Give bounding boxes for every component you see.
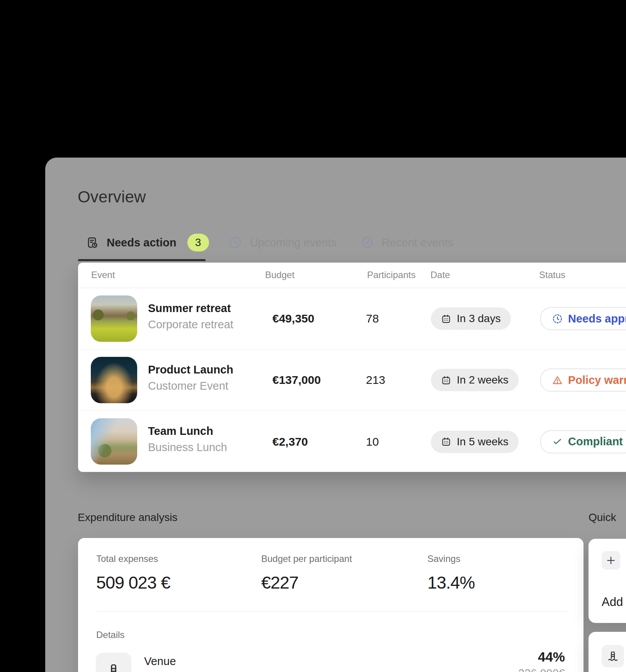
table-row[interactable]: Product Launch Customer Event €137,000 2… — [78, 350, 626, 411]
stat-total-expenses: Total expenses 509 023 € — [96, 553, 170, 593]
event-thumbnail — [91, 357, 137, 403]
column-header-date: Date — [430, 263, 450, 287]
status-label: Policy warning — [568, 374, 626, 387]
column-header-status: Status — [539, 263, 565, 287]
quick-action-label: Add — [602, 595, 623, 609]
calendar-icon — [441, 314, 451, 324]
check-icon — [552, 436, 563, 447]
venue-icon-box — [96, 653, 131, 672]
calendar-icon — [441, 375, 451, 385]
event-category: Business Lunch — [148, 441, 227, 454]
table-row[interactable]: Summer retreat Corporate retreat €49,350… — [78, 288, 626, 350]
plus-icon-box[interactable] — [602, 551, 620, 570]
status-label: Compliant — [568, 435, 623, 448]
expenditure-card: Total expenses 509 023 € Budget per part… — [78, 538, 583, 672]
event-date-chip: In 2 weeks — [431, 369, 519, 391]
event-participants: 10 — [366, 435, 379, 448]
tab-needs-action[interactable]: Needs action 3 — [85, 233, 209, 252]
stat-savings: Savings 13.4% — [427, 553, 475, 593]
quick-actions-section-title: Quick — [589, 511, 616, 524]
event-date: In 3 days — [457, 312, 501, 325]
event-participants: 213 — [366, 373, 385, 387]
event-name: Product Launch — [148, 363, 233, 376]
expenditure-section-title: Expenditure analysis — [78, 511, 177, 524]
stat-label: Total expenses — [96, 553, 170, 564]
status-badge: Needs approval — [540, 307, 626, 330]
clock-circle-icon — [228, 236, 242, 249]
event-thumbnail — [91, 418, 137, 465]
pool-icon-box[interactable] — [602, 645, 624, 667]
warning-triangle-icon — [552, 375, 563, 386]
column-header-event: Event — [91, 263, 115, 287]
stat-label: Savings — [427, 553, 475, 564]
divider — [96, 611, 566, 612]
pool-ladder-icon — [606, 650, 619, 663]
document-clock-icon — [85, 236, 99, 249]
stat-budget-per-participant: Budget per participant €227 — [261, 553, 352, 593]
status-badge: Policy warning — [540, 368, 626, 392]
details-label: Details — [96, 630, 124, 640]
quick-action-pool-card[interactable] — [589, 632, 626, 672]
page-title: Overview — [78, 188, 146, 206]
table-header: Event Budget Participants Date Status — [78, 263, 626, 288]
tab-upcoming-events[interactable]: Upcoming events — [228, 233, 337, 252]
event-name: Team Lunch — [148, 425, 227, 438]
overview-panel: Overview Needs action 3 Upcoming events — [45, 158, 626, 672]
event-budget: €49,350 — [272, 312, 314, 325]
event-participants: 78 — [366, 312, 379, 325]
venue-ladder-icon — [105, 662, 122, 672]
event-category: Corporate retreat — [148, 318, 233, 331]
column-header-participants: Participants — [367, 263, 415, 287]
event-date-chip: In 3 days — [431, 307, 511, 330]
events-table: Event Budget Participants Date Status Su… — [78, 263, 626, 472]
needs-action-count-badge: 3 — [187, 234, 209, 251]
status-badge: Compliant — [540, 430, 626, 453]
stat-label: Budget per participant — [261, 553, 352, 564]
detail-row-label: Venue — [144, 655, 176, 668]
detail-row-percent: 44% — [538, 649, 565, 665]
table-row[interactable]: Team Lunch Business Lunch €2,370 10 — [78, 411, 626, 472]
calendar-icon — [441, 436, 451, 447]
plus-icon — [605, 555, 617, 566]
event-date-chip: In 5 weeks — [431, 431, 519, 453]
stat-value: 13.4% — [427, 573, 475, 593]
column-header-budget: Budget — [265, 263, 294, 287]
event-budget: €137,000 — [272, 373, 321, 387]
clock-dashed-icon — [552, 313, 563, 324]
stat-value: €227 — [261, 573, 352, 593]
tab-recent-events[interactable]: Recent events — [360, 233, 453, 252]
tab-label: Upcoming events — [250, 236, 337, 249]
detail-row-amount: 226 000€ — [518, 667, 565, 672]
event-budget: €2,370 — [272, 435, 308, 448]
event-date: In 2 weeks — [457, 374, 509, 386]
active-tab-underline — [78, 259, 206, 261]
stat-value: 509 023 € — [96, 573, 170, 593]
status-label: Needs approval — [568, 312, 626, 325]
event-category: Customer Event — [148, 380, 233, 392]
tab-label: Needs action — [107, 236, 177, 249]
check-circle-icon — [360, 236, 374, 249]
quick-action-add-card[interactable]: Add — [589, 539, 626, 623]
tab-label: Recent events — [382, 236, 453, 249]
event-thumbnail — [91, 295, 137, 342]
event-name: Summer retreat — [148, 302, 233, 315]
screen: Overview Needs action 3 Upcoming events — [0, 0, 626, 672]
event-date: In 5 weeks — [457, 436, 509, 448]
